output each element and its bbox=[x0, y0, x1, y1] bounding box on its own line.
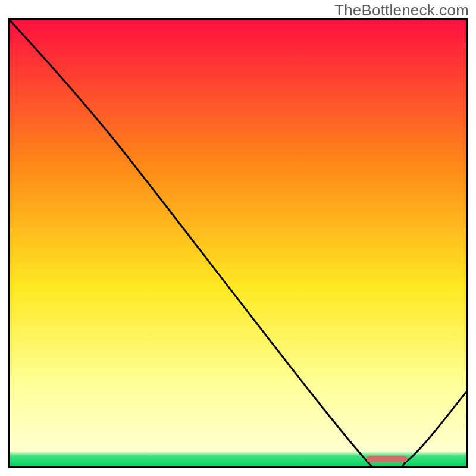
chart-plot bbox=[0, 0, 476, 476]
chart-root: TheBottleneck.com bbox=[0, 0, 476, 476]
gradient-background bbox=[9, 19, 467, 467]
bottleneck-marker bbox=[367, 456, 408, 462]
